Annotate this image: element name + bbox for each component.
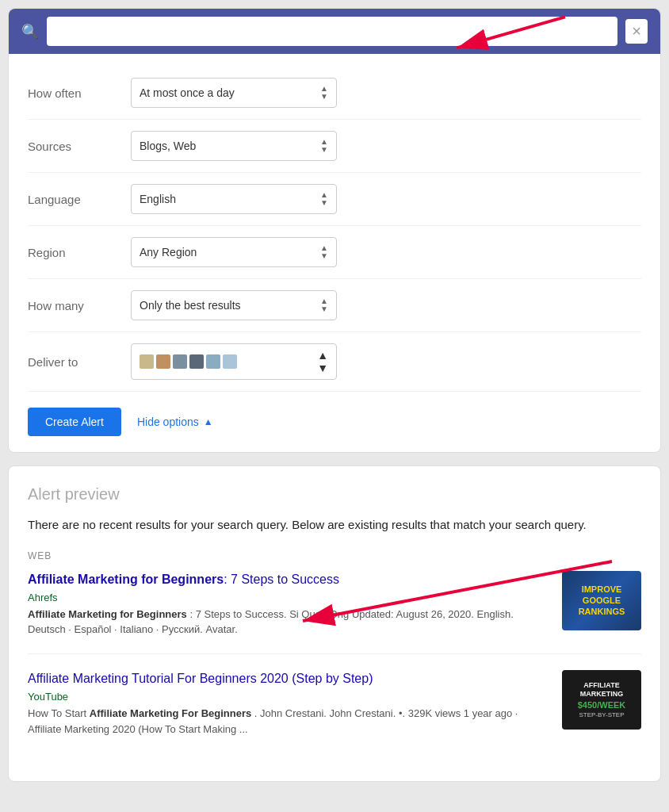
swatch-3 [173,354,187,369]
language-select[interactable]: English ▲▼ [131,184,337,214]
sources-arrows: ▲▼ [320,138,328,154]
how-many-row: How many Only the best results ▲▼ [28,279,641,332]
sources-select[interactable]: Blogs, Web ▲▼ [131,131,337,161]
search-input[interactable]: "affiliate marketing for beginners" [47,17,617,46]
result-link[interactable]: Affiliate Marketing for Beginners: 7 Ste… [28,573,339,586]
result-title[interactable]: Affiliate Marketing for Beginners: 7 Ste… [28,571,549,588]
thumb2-sub: STEP-BY-STEP [579,711,624,718]
swatch-2 [156,354,170,369]
chevron-up-icon: ▲ [204,416,213,427]
region-arrows: ▲▼ [320,244,328,260]
how-often-row: How often At most once a day ▲▼ [28,67,641,120]
web-label: WEB [28,550,641,561]
deliver-to-label: Deliver to [28,355,131,369]
how-often-label: How often [28,86,131,100]
sources-value: Blogs, Web [140,140,196,152]
result-source: YouTube [28,691,549,703]
result-title-bold: Affiliate Marketing for Beginners [28,573,224,586]
options-section: How often At most once a day ▲▼ Sources … [9,54,660,392]
swatch-6 [223,354,237,369]
how-many-arrows: ▲▼ [320,297,328,313]
region-select[interactable]: Any Region ▲▼ [131,237,337,267]
result-thumbnail-2: AFFILIATEMARKETING $450/WEEK STEP-BY-STE… [562,670,641,730]
result-item: Affiliate Marketing for Beginners: 7 Ste… [28,571,641,654]
preview-card: Alert preview There are no recent result… [8,465,661,782]
search-icon: 🔍 [21,23,39,40]
result-snippet: How To Start Affiliate Marketing For Beg… [28,706,549,737]
search-clear-button[interactable]: × [625,19,648,44]
sources-label: Sources [28,140,131,153]
swatch-1 [140,354,154,369]
deliver-to-select[interactable]: ▲▼ [131,343,337,380]
how-often-select[interactable]: At most once a day ▲▼ [131,78,337,108]
region-row: Region Any Region ▲▼ [28,226,641,279]
hide-options-button[interactable]: Hide options ▲ [137,416,213,428]
language-value: English [140,193,176,205]
color-swatches [140,354,237,369]
result-title-full: Affiliate Marketing Tutorial For Beginne… [28,672,373,685]
swatch-4 [189,354,204,369]
snippet-bold: Affiliate Marketing For Beginners [90,707,251,719]
deliver-to-row: Deliver to ▲▼ [28,332,641,392]
language-arrows: ▲▼ [320,191,328,207]
language-row: Language English ▲▼ [28,173,641,226]
deliver-arrows: ▲▼ [317,349,328,374]
thumb-text: IMPROVEGOOGLERANKINGS [579,584,625,618]
result-title-rest: : 7 Steps to Success [224,573,339,586]
how-many-label: How many [28,299,131,312]
how-often-arrows: ▲▼ [320,85,328,101]
how-many-select[interactable]: Only the best results ▲▼ [131,290,337,320]
region-value: Any Region [140,246,197,259]
snippet-bold: Affiliate Marketing for Beginners [28,608,187,620]
no-results-text: There are no recent results for your sea… [28,516,641,534]
hide-options-label: Hide options [137,416,199,428]
top-card-wrapper: 🔍 "affiliate marketing for beginners" × … [8,8,661,453]
thumb2-title: AFFILIATEMARKETING [580,681,624,699]
result-source: Ahrefs [28,592,549,603]
result-title[interactable]: Affiliate Marketing Tutorial For Beginne… [28,670,549,688]
how-often-value: At most once a day [140,86,235,99]
region-label: Region [28,246,131,259]
how-many-value: Only the best results [140,299,241,312]
options-card: 🔍 "affiliate marketing for beginners" × … [8,8,661,453]
result-snippet: Affiliate Marketing for Beginners : 7 St… [28,607,549,638]
result-item: Affiliate Marketing Tutorial For Beginne… [28,670,641,753]
preview-title: Alert preview [28,485,641,504]
result-text: Affiliate Marketing for Beginners: 7 Ste… [28,571,549,638]
sources-row: Sources Blogs, Web ▲▼ [28,120,641,173]
result-text: Affiliate Marketing Tutorial For Beginne… [28,670,549,737]
language-label: Language [28,193,131,206]
create-alert-button[interactable]: Create Alert [28,408,121,436]
search-bar: 🔍 "affiliate marketing for beginners" × [9,9,660,54]
result-link[interactable]: Affiliate Marketing Tutorial For Beginne… [28,672,373,685]
thumb2-price: $450/WEEK [578,700,626,710]
buttons-row: Create Alert Hide options ▲ [9,392,660,452]
swatch-5 [206,354,220,369]
result-thumbnail-1: IMPROVEGOOGLERANKINGS [562,571,641,630]
